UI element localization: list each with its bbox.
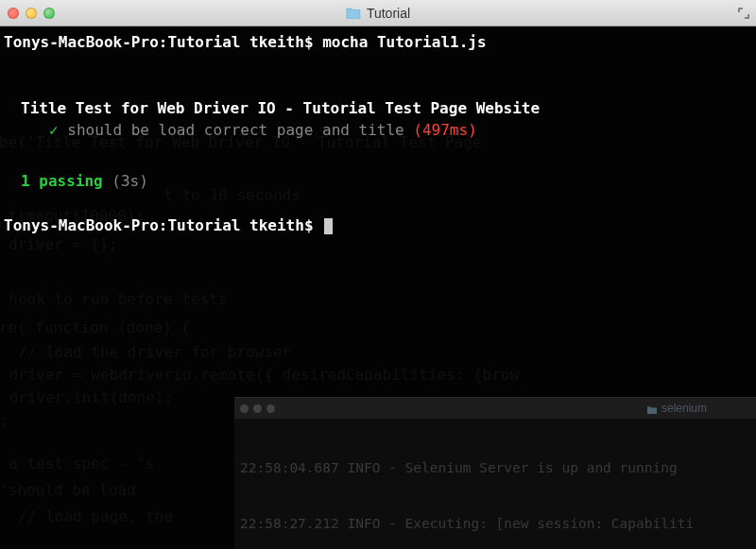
folder-icon — [646, 403, 658, 413]
test-suite-title: Title Test for Web Driver IO - Tutorial … — [21, 98, 752, 119]
test-description: should be load correct page and title — [59, 121, 414, 139]
bg-code: driver = webdriverio.remote({ desiredCap… — [0, 365, 519, 386]
passing-summary: 1 passing (3s) — [21, 171, 752, 192]
folder-icon — [346, 7, 361, 19]
bg-code: efore( function (done) { — [0, 317, 190, 338]
window-title-text: Tutorial — [367, 6, 410, 21]
selenium-window-title: selenium — [646, 401, 707, 417]
shell-prompt: Tonys-MacBook-Pro:Tutorial tkeith$ — [4, 33, 322, 51]
bg-code: driver.init(done); — [0, 387, 173, 408]
terminal[interactable]: cribe('Title Test for Web Driver IO - Tu… — [0, 26, 756, 549]
log-line: 22:58:04.687 INFO - Selenium Server is u… — [240, 459, 756, 478]
bg-code: / a test spec - "s — [0, 454, 154, 474]
bg-code: // load page, the — [0, 506, 173, 527]
log-line: 22:58:27.212 INFO - Executing: [new sess… — [240, 515, 756, 534]
test-timing: (497ms) — [413, 121, 476, 139]
window-titlebar: Tutorial — [0, 0, 756, 26]
selenium-log: 22:58:04.687 INFO - Selenium Server is u… — [234, 419, 756, 549]
passing-count: 1 passing — [21, 172, 103, 190]
cursor — [324, 218, 333, 234]
shell-prompt: Tonys-MacBook-Pro:Tutorial tkeith$ — [4, 216, 322, 234]
bg-code: ar driver = {}; — [0, 234, 118, 255]
command-text: mocha Tutorial1.js — [322, 33, 486, 51]
bg-code: ); — [0, 410, 9, 431]
window-title: Tutorial — [346, 6, 410, 21]
traffic-lights — [8, 8, 55, 19]
close-button[interactable] — [8, 8, 19, 19]
minimize-button[interactable] — [26, 8, 37, 19]
bg-code: // load the driver for browser — [0, 342, 291, 363]
prompt-line: Tonys-MacBook-Pro:Tutorial tkeith$ mocha… — [4, 32, 752, 53]
prompt-line: Tonys-MacBook-Pro:Tutorial tkeith$ — [4, 215, 752, 236]
selenium-window: selenium 22:58:04.687 INFO - Selenium Se… — [234, 397, 756, 549]
expand-icon[interactable] — [737, 6, 750, 19]
check-icon: ✓ — [49, 121, 59, 139]
test-result-line: ✓ should be load correct page and title … — [49, 120, 752, 141]
zoom-icon — [266, 404, 275, 413]
bg-code: / hook to run before tests — [0, 289, 227, 310]
close-icon — [240, 404, 249, 413]
selenium-titlebar: selenium — [234, 398, 756, 419]
zoom-button[interactable] — [43, 8, 55, 19]
passing-time: (3s) — [103, 172, 148, 190]
minimize-icon — [253, 404, 262, 413]
bg-code: t('should be load — [0, 480, 145, 501]
